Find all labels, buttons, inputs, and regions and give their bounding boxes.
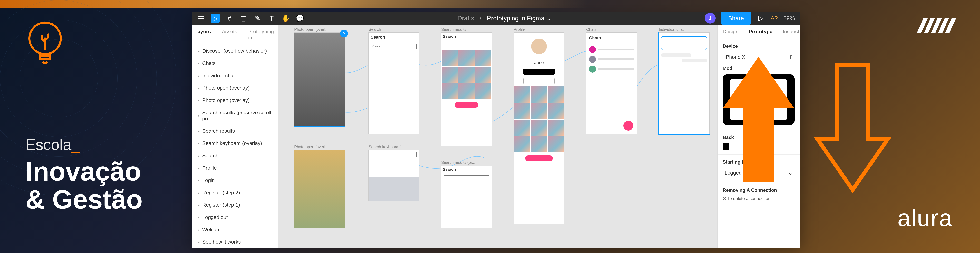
- hand-tool-icon[interactable]: ✋: [282, 14, 290, 22]
- pen-tool-icon[interactable]: ✎: [253, 14, 262, 22]
- profile-grid: [514, 86, 564, 153]
- list-item[interactable]: ▸Login: [192, 174, 278, 187]
- results-grid: [441, 49, 492, 100]
- frame-title: Profile: [514, 27, 525, 32]
- figma-toolbar: ▷ # ▢ ✎ T ✋ 💬 Drafts / Prototyping in Fi…: [192, 12, 800, 25]
- list-item[interactable]: ▸Photo open (overlay): [192, 94, 278, 106]
- frame-search-results-preserve[interactable]: Search results (pr... Search: [441, 166, 492, 228]
- figma-menu-icon[interactable]: [197, 14, 205, 22]
- svg-rect-5: [198, 20, 204, 21]
- profile-see-more[interactable]: [525, 155, 553, 161]
- zoom-level[interactable]: 29%: [783, 15, 795, 22]
- lightbulb-plant-icon: [25, 20, 143, 73]
- device-label: Device: [723, 43, 795, 49]
- results-heading-2: Search: [441, 166, 492, 173]
- search-heading: Search: [369, 33, 419, 42]
- search-input-kb[interactable]: [371, 152, 417, 157]
- list-item[interactable]: ▸Welcome: [192, 223, 278, 236]
- frame-tool-icon[interactable]: #: [225, 14, 234, 22]
- list-item[interactable]: ▸Individual chat: [192, 70, 278, 82]
- frame-search-keyboard[interactable]: Search keyboard (...: [369, 150, 420, 201]
- layer-list: ▸Discover (overflow behavior) ▸Chats ▸In…: [192, 45, 278, 248]
- list-item[interactable]: ▸Photo open (overlay): [192, 82, 278, 94]
- school-name-line1: Inovação: [25, 158, 143, 185]
- frame-title: Search results (pr...: [441, 160, 475, 165]
- close-overlay-icon[interactable]: ✕: [340, 30, 348, 37]
- frame-title: Search: [369, 27, 381, 32]
- user-avatar[interactable]: J: [705, 13, 716, 24]
- arrow-down-icon: [810, 49, 896, 198]
- tab-assets[interactable]: Assets: [216, 25, 243, 44]
- results-heading: Search: [441, 33, 492, 40]
- missing-fonts-badge[interactable]: A?: [770, 15, 778, 22]
- frame-title: Photo open (overl...: [294, 27, 328, 32]
- frame-search-results[interactable]: Search results Search: [441, 33, 492, 146]
- list-item[interactable]: ▸Register (step 2): [192, 187, 278, 199]
- frame-chats[interactable]: Chats Chats: [586, 33, 637, 134]
- frame-profile[interactable]: Profile Jane: [514, 33, 565, 224]
- message-button[interactable]: [523, 78, 555, 84]
- trend-arrows: [715, 49, 896, 198]
- shape-tool-icon[interactable]: ▢: [239, 14, 248, 22]
- school-branding: Escola_ Inovação & Gestão: [25, 20, 143, 213]
- tab-inspect[interactable]: Inspect: [778, 25, 804, 38]
- frame-title: Individual chat: [659, 27, 684, 32]
- top-gradient-bar: [0, 0, 980, 8]
- list-item[interactable]: ▸See how it works: [192, 236, 278, 248]
- list-item[interactable]: ▸Discover (overflow behavior): [192, 45, 278, 57]
- frame-title: Chats: [586, 27, 597, 32]
- alura-logo: alura: [897, 204, 953, 231]
- frame-search[interactable]: Search Search: [369, 33, 420, 134]
- tab-layers[interactable]: ayers: [192, 25, 216, 44]
- list-item[interactable]: ▸Register (step 1): [192, 199, 278, 211]
- file-title[interactable]: Prototyping in Figma ⌄: [487, 14, 551, 22]
- present-icon[interactable]: ▷: [756, 14, 765, 22]
- search-input[interactable]: [371, 44, 417, 49]
- chats-heading: Chats: [586, 33, 637, 43]
- share-button[interactable]: Share: [721, 12, 751, 25]
- chat-bubble-selected[interactable]: [661, 36, 707, 50]
- chevron-down-icon[interactable]: ⌄: [546, 15, 551, 22]
- chat-bubble: [661, 54, 692, 57]
- tab-page[interactable]: Prototyping in ...: [243, 25, 280, 44]
- comment-tool-icon[interactable]: 💬: [296, 14, 304, 22]
- list-item[interactable]: ▸Search keyboard (overlay): [192, 137, 278, 150]
- follow-button[interactable]: [523, 69, 555, 74]
- school-name-line2: & Gestão: [25, 185, 143, 213]
- keyboard-mock[interactable]: [369, 177, 419, 201]
- new-chat-fab[interactable]: [624, 121, 633, 131]
- breadcrumb-drafts[interactable]: Drafts: [457, 15, 474, 22]
- escola-text: Escola: [25, 136, 72, 153]
- breadcrumb-separator: /: [480, 15, 481, 22]
- list-item[interactable]: ▸Profile: [192, 162, 278, 174]
- frame-photo-open-1[interactable]: Photo open (overl... ✕: [294, 33, 345, 126]
- layers-panel: ayers Assets Prototyping in ... ▸Discove…: [192, 25, 278, 248]
- school-label: Escola_: [25, 136, 143, 153]
- list-item[interactable]: ▸Search results (preserve scroll po...: [192, 106, 278, 125]
- figma-app: ▷ # ▢ ✎ T ✋ 💬 Drafts / Prototyping in Fi…: [192, 12, 800, 243]
- text-tool-icon[interactable]: T: [267, 14, 276, 22]
- canvas[interactable]: Photo open (overl... ✕ Photo open (overl…: [278, 25, 718, 248]
- results-search-input[interactable]: [444, 42, 489, 47]
- profile-avatar: [531, 38, 547, 54]
- arrow-up-icon: [715, 49, 802, 198]
- frame-photo-open-2[interactable]: Photo open (overl...: [294, 150, 345, 228]
- frame-individual-chat[interactable]: Individual chat: [659, 33, 710, 134]
- list-item[interactable]: ▸Search: [192, 150, 278, 162]
- tab-design[interactable]: Design: [718, 25, 744, 38]
- frame-title: Search results: [441, 27, 466, 32]
- school-name: Inovação & Gestão: [25, 158, 143, 213]
- list-item[interactable]: ▸Chats: [192, 57, 278, 70]
- frame-title: Search keyboard (...: [369, 145, 404, 149]
- hatch-decoration: [920, 17, 953, 33]
- see-more-button[interactable]: [455, 102, 478, 108]
- svg-rect-3: [198, 16, 204, 17]
- tab-prototype[interactable]: Prototype: [744, 25, 778, 38]
- cursor-underscore: _: [72, 136, 80, 153]
- results-search-input-2[interactable]: [444, 176, 489, 180]
- list-item[interactable]: ▸Logged out: [192, 211, 278, 223]
- list-item[interactable]: ▸Search results: [192, 125, 278, 137]
- chat-bubble: [682, 59, 707, 62]
- move-tool-icon[interactable]: ▷: [211, 14, 220, 22]
- frame-title: Photo open (overl...: [294, 145, 328, 149]
